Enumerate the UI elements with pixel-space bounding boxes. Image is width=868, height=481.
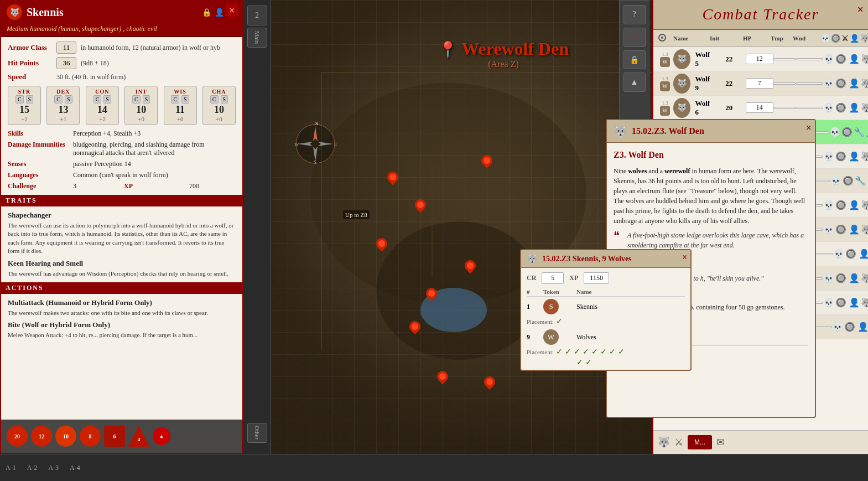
person-icon[interactable]: 👤: [849, 224, 860, 235]
person-icon[interactable]: 👤: [849, 297, 860, 308]
ct-wnd[interactable]: [796, 58, 823, 60]
shield-icon[interactable]: 🔘: [841, 127, 853, 137]
d10-die[interactable]: 10: [55, 426, 76, 447]
wolf-token-icon[interactable]: 🐺: [861, 200, 868, 210]
shield-icon[interactable]: 🔘: [835, 151, 846, 162]
ct-hp[interactable]: 14: [746, 102, 773, 113]
ct-badge: 1.3W: [657, 100, 673, 116]
sword-col-icon: ⚔: [841, 34, 849, 43]
shield-icon[interactable]: 🔘: [835, 297, 846, 308]
sword-icon[interactable]: 🔧: [855, 175, 866, 186]
person-icon[interactable]: 👤: [857, 322, 868, 332]
ep-close[interactable]: ×: [682, 252, 687, 262]
skull-icon[interactable]: 💀: [832, 322, 843, 332]
shield-icon[interactable]: 🔘: [835, 200, 846, 210]
ep-title: 15.02.Z3 Skennis, 9 Wolves: [542, 255, 632, 263]
skull-icon[interactable]: 💀: [833, 249, 844, 259]
ct-hp[interactable]: 12: [746, 54, 773, 64]
col-hp-header: HP: [743, 35, 771, 42]
wolf-token-icon[interactable]: 🐺: [861, 151, 868, 162]
person-icon[interactable]: 👤: [866, 127, 868, 137]
person-icon[interactable]: 👤: [849, 54, 860, 64]
person-icon[interactable]: 👤: [849, 78, 860, 89]
wolf-den-close[interactable]: ×: [806, 122, 812, 134]
skull-icon[interactable]: 💀: [823, 200, 834, 210]
extra-die[interactable]: ▲: [153, 427, 170, 445]
shield-icon[interactable]: 🔘: [835, 54, 846, 64]
quote-icon: ❝: [614, 230, 620, 241]
skull-icon[interactable]: 💀: [823, 151, 834, 162]
shield-icon[interactable]: 🔘: [835, 102, 846, 113]
hp-label: Hit Points: [8, 59, 52, 68]
senses-row: Senses passive Perception 14: [8, 160, 236, 168]
table-row[interactable]: 1.3W 🐺 Wolf 5 22 12 💀 🔘 👤 🐺: [653, 47, 868, 71]
senses-value: passive Perception 14: [73, 160, 236, 168]
d6-die[interactable]: 6: [104, 426, 125, 447]
ct-tmp[interactable]: [773, 58, 796, 60]
ri-btn-close[interactable]: ×: [623, 28, 646, 47]
map-tab-2[interactable]: 2: [247, 6, 267, 25]
ct-action-btns: 💀 🔘 👤 🐺: [823, 102, 867, 113]
ri-btn-1[interactable]: ?: [623, 5, 646, 24]
skull-icon[interactable]: 💀: [823, 78, 834, 89]
shield-icon[interactable]: 🔘: [845, 249, 856, 259]
wolf-token-icon[interactable]: 🐺: [861, 78, 868, 89]
char-header: 🐺 Skennis 🔒 👤 💬 ×: [1, 1, 242, 23]
char-close-button[interactable]: ×: [226, 4, 238, 17]
person-icon[interactable]: 👤: [849, 102, 860, 113]
shield-icon[interactable]: 🔘: [835, 224, 846, 235]
shield-icon[interactable]: 🔘: [835, 273, 846, 283]
skull-icon[interactable]: 💀: [823, 297, 834, 308]
speed-value: 30 ft. (40 ft. in wolf form): [56, 73, 126, 81]
ri-btn-lock[interactable]: 🔒: [623, 50, 646, 70]
skull-icon[interactable]: 💀: [830, 175, 841, 186]
ep-row-wolf: 9 W Wolves: [527, 329, 685, 345]
hp-value: 36: [56, 57, 76, 69]
ct-more-button[interactable]: M...: [688, 435, 712, 449]
ri-btn-up[interactable]: ▲: [623, 73, 646, 92]
portrait-icon[interactable]: 👤: [215, 8, 224, 17]
skull-icon[interactable]: 💀: [823, 102, 834, 113]
ct-hp[interactable]: 7: [746, 78, 773, 89]
shield-icon[interactable]: 🔘: [843, 175, 854, 186]
lock-icon[interactable]: 🔒: [202, 8, 211, 17]
combat-tracker-close[interactable]: ×: [857, 3, 864, 16]
person-icon[interactable]: 👤: [849, 273, 860, 283]
person-icon[interactable]: 👤: [849, 200, 860, 210]
wolf-token-icon[interactable]: 🐺: [861, 273, 868, 283]
person-icon[interactable]: 👤: [859, 249, 868, 259]
wolf-token-icon[interactable]: 🐺: [861, 224, 868, 235]
shield-icon[interactable]: 🔘: [835, 78, 846, 89]
ct-tmp[interactable]: [773, 82, 796, 85]
table-row[interactable]: 1.3W 🐺 Wolf 6 20 14 💀 🔘 👤 🐺: [653, 96, 868, 120]
d8-die[interactable]: 12: [31, 426, 52, 447]
person-icon[interactable]: 👤: [849, 151, 860, 162]
d8-die-2[interactable]: 8: [80, 426, 101, 447]
ct-wnd[interactable]: [796, 107, 823, 109]
ct-action-btns: 💀 🔘 🔧 👤 🐺: [829, 127, 868, 137]
coord-a4: A-4: [70, 464, 80, 472]
encounter-popup: 🐺 15.02.Z3 Skennis, 9 Wolves × CR 5 XP 1…: [520, 249, 692, 371]
sword-icon[interactable]: 🔧: [854, 127, 865, 137]
table-row[interactable]: 1.3W 🐺 Wolf 9 22 7 💀 🔘 👤 🐺: [653, 71, 868, 96]
ct-wnd[interactable]: [796, 82, 823, 85]
keen-hearing-text: The werewolf has advantage on Wisdom (Pe…: [8, 270, 236, 278]
wolf-token-icon[interactable]: 🐺: [861, 54, 868, 64]
skull-icon[interactable]: 💀: [823, 54, 834, 64]
map-title-main: 📍 Werewolf Den: [438, 39, 569, 59]
wolf-token-icon[interactable]: 🐺: [861, 102, 868, 113]
skull-icon[interactable]: 💀: [823, 224, 834, 235]
ct-badge: 1.3W: [657, 51, 673, 67]
senses-label: Senses: [8, 160, 69, 168]
ct-tmp[interactable]: [773, 107, 796, 109]
d20-die[interactable]: 20: [7, 426, 28, 447]
d4-die[interactable]: 4: [128, 426, 149, 447]
skull-icon[interactable]: 💀: [823, 273, 834, 283]
other-tab-label[interactable]: Other: [247, 423, 267, 443]
main-tab-label[interactable]: Main: [247, 28, 267, 48]
wolf-token-icon[interactable]: 🐺: [861, 297, 868, 308]
ac-value: 11: [56, 42, 76, 54]
compass-rose: N E S W: [293, 122, 337, 166]
shield-icon[interactable]: 🔘: [844, 322, 855, 332]
skull-icon[interactable]: 💀: [829, 127, 840, 137]
